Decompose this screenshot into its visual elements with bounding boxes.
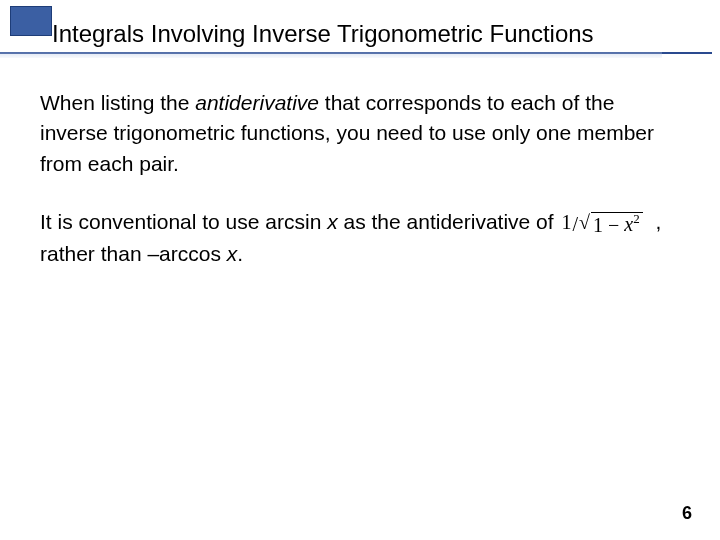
math-radicand: 1 − x2 bbox=[591, 212, 643, 235]
text: . bbox=[237, 242, 243, 265]
var-x: x bbox=[227, 242, 238, 265]
text: It is conventional to use arcsin bbox=[40, 210, 327, 233]
paragraph-2: It is conventional to use arcsin x as th… bbox=[40, 207, 676, 269]
text: When listing the bbox=[40, 91, 195, 114]
title-bar: Integrals Involving Inverse Trigonometri… bbox=[0, 0, 720, 54]
title-underline-shadow bbox=[0, 52, 662, 58]
var-x: x bbox=[327, 210, 338, 233]
slide-body: When listing the antiderivative that cor… bbox=[0, 54, 720, 270]
text: as the antiderivative of bbox=[338, 210, 560, 233]
math-exponent: 2 bbox=[633, 212, 640, 227]
page-number: 6 bbox=[682, 503, 692, 524]
math-expression: 1/√1 − x2 bbox=[559, 208, 655, 239]
math-slash: / bbox=[571, 213, 579, 235]
slide-title: Integrals Involving Inverse Trigonometri… bbox=[0, 14, 712, 54]
text: 1 − bbox=[593, 213, 624, 235]
radical-icon: √ bbox=[579, 208, 590, 237]
math-numerator: 1 bbox=[561, 211, 571, 233]
var-x: x bbox=[624, 213, 633, 235]
math-radical: √1 − x2 bbox=[579, 210, 643, 239]
math-x-squared: x2 bbox=[624, 213, 639, 235]
paragraph-1: When listing the antiderivative that cor… bbox=[40, 88, 676, 179]
emphasis-antiderivative: antiderivative bbox=[195, 91, 319, 114]
